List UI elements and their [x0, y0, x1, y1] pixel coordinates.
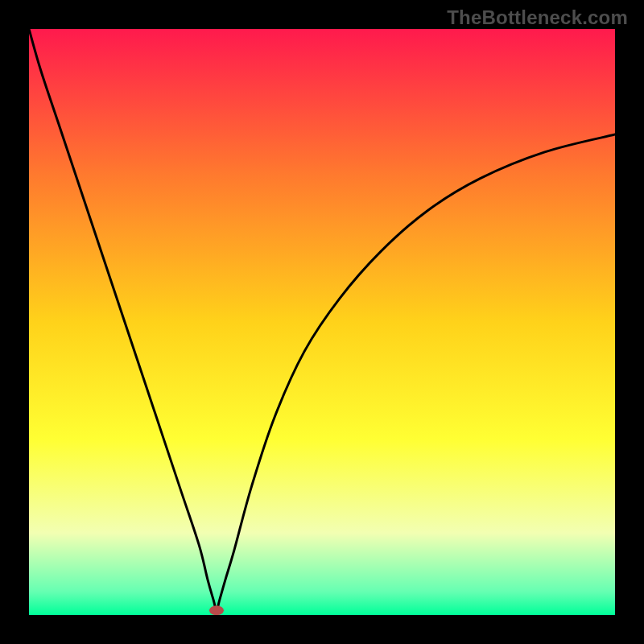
watermark-text: TheBottleneck.com — [447, 6, 628, 29]
plot-svg — [29, 29, 615, 615]
plot-area — [29, 29, 615, 615]
optimum-marker — [209, 605, 224, 615]
chart-frame: TheBottleneck.com — [0, 0, 644, 644]
